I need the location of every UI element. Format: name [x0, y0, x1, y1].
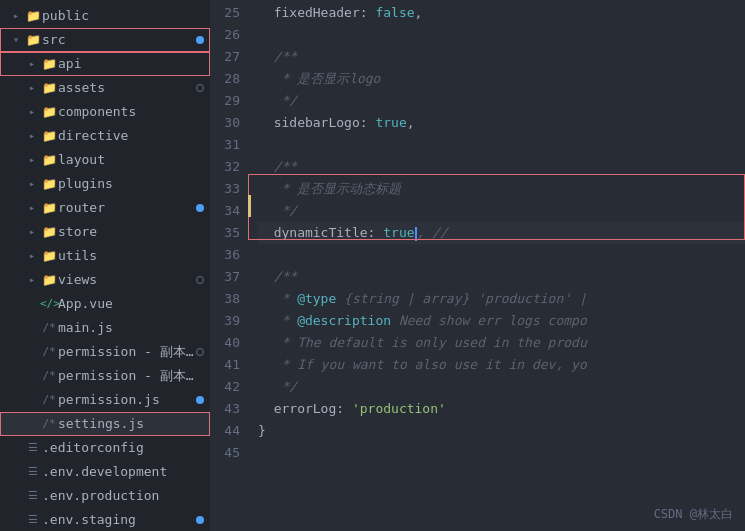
- line-number-32: 32: [210, 156, 240, 178]
- line-number-34: 34: [210, 200, 240, 222]
- sidebar-item-permission.js[interactable]: /*permission.js: [0, 388, 210, 412]
- sidebar-item-src[interactable]: ▾📁src: [0, 28, 210, 52]
- file-tree: ▸📁public▾📁src▸📁api▸📁assets▸📁components▸📁…: [0, 0, 210, 531]
- code-line-36: [258, 244, 745, 266]
- yellow-border: [248, 195, 251, 217]
- sidebar-item-public[interactable]: ▸📁public: [0, 4, 210, 28]
- sidebar-item-directive[interactable]: ▸📁directive: [0, 124, 210, 148]
- line-number-41: 41: [210, 354, 240, 376]
- sidebar-item-api[interactable]: ▸📁api: [0, 52, 210, 76]
- code-content: fixedHeader: false, /** * 是否显示logo */ si…: [248, 0, 745, 531]
- code-line-29: */: [258, 90, 745, 112]
- line-number-25: 25: [210, 2, 240, 24]
- line-number-31: 31: [210, 134, 240, 156]
- code-line-43: errorLog: 'production': [258, 398, 745, 420]
- sidebar-item-.editorconfig[interactable]: ☰.editorconfig: [0, 436, 210, 460]
- code-line-40: * The default is only used in the produ: [258, 332, 745, 354]
- line-number-36: 36: [210, 244, 240, 266]
- line-number-33: 33: [210, 178, 240, 200]
- sidebar-item-views[interactable]: ▸📁views: [0, 268, 210, 292]
- sidebar-item-store[interactable]: ▸📁store: [0, 220, 210, 244]
- line-number-28: 28: [210, 68, 240, 90]
- line-number-43: 43: [210, 398, 240, 420]
- line-number-37: 37: [210, 266, 240, 288]
- code-line-37: /**: [258, 266, 745, 288]
- line-number-26: 26: [210, 24, 240, 46]
- line-number-44: 44: [210, 420, 240, 442]
- sidebar-item-settings.js[interactable]: /*settings.js: [0, 412, 210, 436]
- line-number-42: 42: [210, 376, 240, 398]
- sidebar-item-router[interactable]: ▸📁router: [0, 196, 210, 220]
- sidebar-item-components[interactable]: ▸📁components: [0, 100, 210, 124]
- sidebar-item-main.js[interactable]: /*main.js: [0, 316, 210, 340]
- code-line-38: * @type {string | array} 'production' |: [258, 288, 745, 310]
- code-line-25: fixedHeader: false,: [258, 2, 745, 24]
- line-number-30: 30: [210, 112, 240, 134]
- sidebar-item-.env.staging[interactable]: ☰.env.staging: [0, 508, 210, 531]
- code-line-44: }: [258, 420, 745, 442]
- sidebar-item-plugins[interactable]: ▸📁plugins: [0, 172, 210, 196]
- code-line-45: [258, 442, 745, 464]
- code-line-31: [258, 134, 745, 156]
- code-line-42: */: [258, 376, 745, 398]
- code-line-30: sidebarLogo: true,: [258, 112, 745, 134]
- code-line-35: dynamicTitle: true, //: [258, 222, 745, 244]
- code-line-34: */: [258, 200, 745, 222]
- code-line-26: [258, 24, 745, 46]
- sidebar-item-.env.production[interactable]: ☰.env.production: [0, 484, 210, 508]
- code-editor: 2526272829303132333435363738394041424344…: [210, 0, 745, 531]
- line-number-45: 45: [210, 442, 240, 464]
- code-line-28: * 是否显示logo: [258, 68, 745, 90]
- line-number-35: 35: [210, 222, 240, 244]
- line-numbers: 2526272829303132333435363738394041424344…: [210, 0, 248, 531]
- code-line-27: /**: [258, 46, 745, 68]
- code-line-33: * 是否显示动态标题: [258, 178, 745, 200]
- sidebar-item-layout[interactable]: ▸📁layout: [0, 148, 210, 172]
- line-number-40: 40: [210, 332, 240, 354]
- sidebar-item-assets[interactable]: ▸📁assets: [0, 76, 210, 100]
- line-number-29: 29: [210, 90, 240, 112]
- line-number-39: 39: [210, 310, 240, 332]
- sidebar-item-.env.development[interactable]: ☰.env.development: [0, 460, 210, 484]
- line-number-27: 27: [210, 46, 240, 68]
- code-line-41: * If you want to also use it in dev, yo: [258, 354, 745, 376]
- sidebar-item-permission-copy2.js[interactable]: /*permission - 副本spefv2.js: [0, 364, 210, 388]
- sidebar-item-utils[interactable]: ▸📁utils: [0, 244, 210, 268]
- code-line-32: /**: [258, 156, 745, 178]
- sidebar-item-App.vue[interactable]: </>App.vue: [0, 292, 210, 316]
- sidebar-item-permission-copy.js[interactable]: /*permission - 副本.js: [0, 340, 210, 364]
- code-line-39: * @description Need show err logs compo: [258, 310, 745, 332]
- watermark: CSDN @林太白: [654, 506, 733, 523]
- line-number-38: 38: [210, 288, 240, 310]
